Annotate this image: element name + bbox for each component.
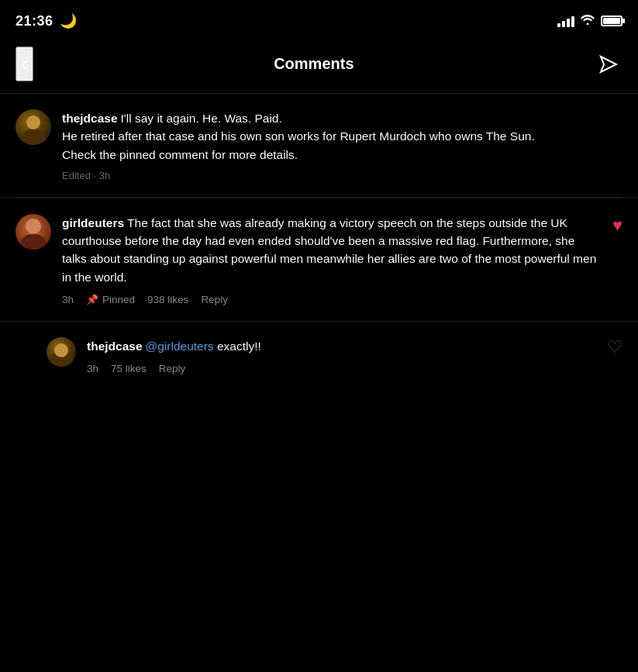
comment-text: girldeutersThe fact that she was already… xyxy=(62,214,602,286)
moon-icon: 🌙 xyxy=(60,13,77,29)
send-button[interactable] xyxy=(595,50,622,78)
comment-edited: Edited · 3h xyxy=(62,170,622,181)
comment-right: ♡ xyxy=(607,337,622,374)
signal-icon xyxy=(557,15,574,27)
status-bar: 21:36 🌙 xyxy=(0,0,638,39)
page-title: Comments xyxy=(33,55,595,73)
comment-text: thejdcase@girldeuters exactly!! xyxy=(87,337,596,355)
heart-outline-icon[interactable]: ♡ xyxy=(607,337,622,357)
pin-icon: 📌 xyxy=(86,294,98,305)
comment-meta: 3h 75 likes Reply xyxy=(87,363,596,374)
comment-item: thejdcaseI'll say it again. He. Was. Pai… xyxy=(0,94,638,198)
comment-item: girldeutersThe fact that she was already… xyxy=(0,198,638,322)
status-time-group: 21:36 🌙 xyxy=(16,12,77,29)
comment-text: thejdcaseI'll say it again. He. Was. Pai… xyxy=(62,109,622,164)
avatar xyxy=(47,337,76,367)
reply-time: 3h xyxy=(87,363,98,374)
comments-header: ‹ Comments xyxy=(0,39,638,94)
back-button[interactable]: ‹ xyxy=(16,47,33,81)
comment-right: ♥ xyxy=(612,214,622,305)
reply-button[interactable]: Reply xyxy=(201,294,228,305)
comment-username: thejdcase xyxy=(62,112,118,125)
avatar xyxy=(16,214,51,250)
status-icons xyxy=(557,14,622,28)
comments-list: thejdcaseI'll say it again. He. Was. Pai… xyxy=(0,94,638,390)
reply-button[interactable]: Reply xyxy=(159,363,186,374)
comment-body: girldeutersThe fact that she was already… xyxy=(62,214,602,305)
wifi-icon xyxy=(581,14,595,28)
battery-icon xyxy=(601,16,622,26)
svg-marker-0 xyxy=(601,57,616,72)
like-count: 75 likes xyxy=(111,363,147,374)
avatar xyxy=(16,109,51,145)
comment-username: girldeuters xyxy=(62,216,124,229)
send-icon xyxy=(597,53,620,76)
like-count: 938 likes xyxy=(147,294,188,305)
reply-item: thejdcase@girldeuters exactly!! 3h 75 li… xyxy=(0,322,638,390)
comment-body: thejdcase@girldeuters exactly!! 3h 75 li… xyxy=(87,337,596,374)
heart-icon[interactable]: ♥ xyxy=(612,215,622,236)
comment-time: 3h xyxy=(62,294,74,305)
status-time: 21:36 xyxy=(16,13,53,29)
mention: @girldeuters xyxy=(146,339,214,353)
pinned-badge: 📌 Pinned xyxy=(86,294,135,305)
comment-meta: 3h 📌 Pinned 938 likes Reply xyxy=(62,294,602,305)
comment-body: thejdcaseI'll say it again. He. Was. Pai… xyxy=(62,109,622,181)
comment-username: thejdcase xyxy=(87,339,143,353)
